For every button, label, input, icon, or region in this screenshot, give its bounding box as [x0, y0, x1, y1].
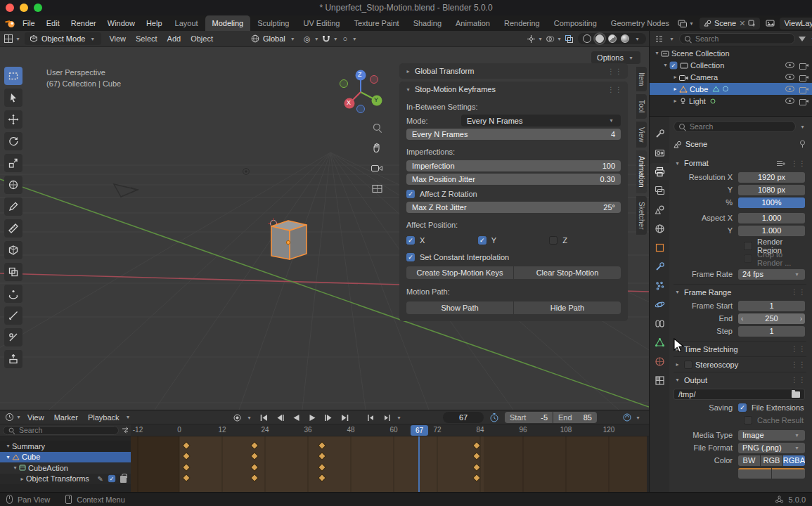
collection-checkbox[interactable]: [670, 61, 678, 69]
render-region-checkbox[interactable]: [744, 242, 752, 250]
viewport-3d[interactable]: Z Y X User Perspective (67) Collection |…: [0, 47, 649, 410]
pivot-point-icon[interactable]: ◎: [302, 33, 313, 44]
file-format-dropdown[interactable]: PNG (.png)▾: [738, 443, 805, 453]
workspace-tab-shading[interactable]: Shading: [406, 15, 449, 31]
channel-row-summary[interactable]: ▾ Summary: [0, 441, 131, 452]
unlink-scene-icon[interactable]: ✕: [739, 19, 745, 28]
global-transform-header[interactable]: ▸ Global Transform ⋮⋮: [399, 63, 628, 79]
output-properties-tab[interactable]: [650, 163, 669, 180]
viewport-menu-add[interactable]: Add: [162, 34, 186, 43]
panel-grip-icon[interactable]: ⋮⋮: [607, 67, 623, 75]
viewport-menu-select[interactable]: Select: [131, 34, 162, 43]
sidebar-tab-item[interactable]: Item: [636, 67, 647, 91]
shading-wireframe-icon[interactable]: [583, 34, 591, 43]
frame-end-field[interactable]: ‹250›: [738, 313, 805, 324]
expand-icon[interactable]: ▸: [671, 98, 679, 104]
outliner-search-input[interactable]: [695, 34, 790, 43]
presets-icon[interactable]: [776, 160, 785, 167]
snap-magnet-icon[interactable]: [321, 33, 332, 44]
timeline-menu-view[interactable]: View: [22, 413, 49, 422]
outliner-row-scene-collection[interactable]: ▾ Scene Collection: [650, 47, 812, 59]
jump-to-end-button[interactable]: [340, 413, 350, 423]
step-forward-frame-icon[interactable]: [382, 413, 392, 423]
blender-logo-icon[interactable]: [4, 18, 15, 29]
channel-row-object-transforms[interactable]: ▸ Object Transforms ✎: [0, 474, 131, 485]
pan-hand-icon[interactable]: [370, 141, 383, 154]
modifiers-properties-tab[interactable]: [650, 258, 669, 275]
knife-tool[interactable]: [4, 306, 22, 325]
show-path-button[interactable]: Show Path: [406, 301, 513, 314]
panel-grip-icon[interactable]: ⋮⋮: [791, 160, 806, 167]
pin-channel-icon[interactable]: ✎: [98, 475, 103, 483]
spin-tool[interactable]: [4, 285, 22, 303]
channel-search-input[interactable]: [19, 426, 114, 434]
scale-tool[interactable]: [4, 154, 22, 172]
lock-icon[interactable]: [120, 476, 127, 483]
expand-icon[interactable]: ▾: [653, 50, 661, 56]
frame-start-field[interactable]: 1: [738, 301, 805, 311]
folder-icon[interactable]: [792, 391, 800, 398]
channel-enabled-checkbox[interactable]: [108, 475, 115, 482]
hide-eye-icon[interactable]: [785, 98, 794, 104]
overlays-icon[interactable]: [544, 33, 555, 44]
file-extensions-checkbox[interactable]: [738, 403, 747, 412]
outliner-search[interactable]: [679, 33, 795, 44]
show-gizmo-icon[interactable]: [525, 33, 536, 44]
box-select-tool[interactable]: [4, 67, 22, 85]
channel-search[interactable]: [3, 426, 119, 435]
color-rgba-option[interactable]: RGBA: [783, 455, 805, 466]
particles-properties-tab[interactable]: [650, 277, 669, 294]
measure-tool[interactable]: [4, 219, 22, 238]
panel-grip-icon[interactable]: ⋮⋮: [791, 361, 806, 368]
workspace-tab-geometry-nodes[interactable]: Geometry Nodes: [604, 15, 676, 31]
playback-sync-icon[interactable]: [622, 413, 632, 424]
menu-edit[interactable]: Edit: [41, 15, 65, 31]
scene-browse-icon[interactable]: [676, 18, 688, 29]
shading-material-icon[interactable]: [608, 34, 617, 43]
crop-to-render-checkbox[interactable]: [744, 254, 752, 263]
panel-grip-icon[interactable]: ⋮⋮: [791, 376, 806, 384]
mode-dropdown[interactable]: Object Mode ▾: [25, 32, 101, 45]
outliner-row-light[interactable]: ▸ Light: [650, 95, 812, 107]
titlebar[interactable]: * Unperfect_Stop-Motion.blend - Blender …: [0, 0, 812, 15]
physics-properties-tab[interactable]: [650, 296, 669, 313]
texture-properties-tab[interactable]: [650, 372, 669, 389]
frame-step-field[interactable]: 1: [738, 326, 805, 337]
object-properties-tab[interactable]: [650, 239, 669, 256]
dope-sheet-tracks[interactable]: [131, 436, 649, 492]
toggle-perspective-icon[interactable]: [370, 182, 383, 195]
render-properties-tab[interactable]: [650, 144, 669, 161]
current-frame-field[interactable]: 67: [443, 412, 484, 423]
workspace-tab-rendering[interactable]: Rendering: [497, 15, 547, 31]
frame-rate-dropdown[interactable]: 24 fps▾: [738, 269, 805, 280]
scene-selector[interactable]: Scene ✕: [700, 18, 760, 30]
hide-path-button[interactable]: Hide Path: [514, 301, 621, 314]
workspace-tab-modeling[interactable]: Modeling: [205, 15, 251, 31]
object-data-properties-tab[interactable]: [650, 334, 669, 351]
workspace-tab-texture-paint[interactable]: Texture Paint: [347, 15, 406, 31]
sidebar-tab-sketcher[interactable]: Sketcher: [636, 196, 647, 235]
stereoscopy-panel-header[interactable]: ▸ Stereoscopy ⋮⋮: [674, 356, 806, 372]
outliner-editor-icon[interactable]: [653, 33, 664, 44]
pin-icon[interactable]: [799, 140, 806, 148]
viewport-menu-object[interactable]: Object: [186, 34, 218, 43]
step-back-frame-icon[interactable]: [366, 413, 376, 423]
media-type-dropdown[interactable]: Image▾: [738, 430, 805, 441]
editor-type-icon[interactable]: [3, 33, 14, 44]
play-button[interactable]: [307, 413, 318, 423]
material-properties-tab[interactable]: [650, 353, 669, 370]
resolution-y-field[interactable]: 1080 px: [738, 185, 805, 195]
aspect-x-field[interactable]: 1.000: [738, 213, 805, 223]
stop-motion-header[interactable]: ▾ Stop-Motion Keyframes ⋮⋮: [399, 82, 628, 97]
jump-to-start-button[interactable]: [259, 413, 269, 423]
create-stop-motion-button[interactable]: Create Stop-Motion Keys: [406, 266, 513, 279]
xray-toggle-icon[interactable]: [563, 33, 574, 44]
panel-grip-icon[interactable]: ⋮⋮: [791, 288, 806, 296]
menu-file[interactable]: File: [17, 15, 41, 31]
hide-eye-icon[interactable]: [785, 62, 794, 68]
channel-row-cube[interactable]: ▾ Cube: [0, 452, 131, 463]
annotate-tool[interactable]: [4, 197, 22, 216]
extrude-tool[interactable]: [4, 350, 22, 368]
expand-icon[interactable]: ▸: [671, 86, 679, 92]
sidebar-tab-tool[interactable]: Tool: [636, 94, 647, 118]
